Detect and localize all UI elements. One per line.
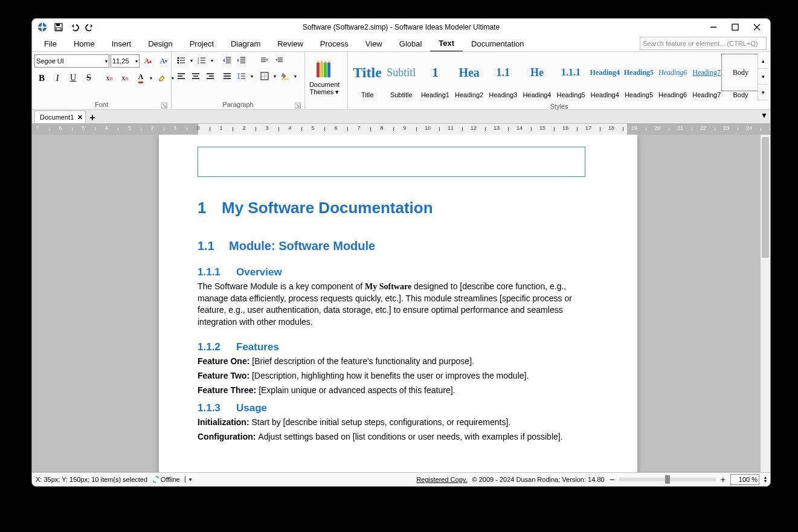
strikethrough-button[interactable]: S (82, 71, 96, 85)
numbering-dropdown[interactable]: ▾ (209, 54, 215, 67)
line-spacing-dropdown[interactable]: ▾ (249, 69, 255, 83)
align-center-button[interactable] (188, 69, 203, 83)
document-themes-button[interactable]: Document Themes ▾ (307, 53, 341, 101)
menu-documentation[interactable]: Documentation (463, 36, 532, 51)
horizontal-ruler[interactable]: 7654321012345678910111213141516171819202… (32, 124, 770, 135)
minimize-button[interactable] (703, 19, 724, 36)
close-tab-icon[interactable]: ✕ (77, 114, 83, 121)
gallery-scroll-up[interactable]: ▴ (758, 53, 768, 69)
style-item-heading5[interactable]: 1.1.1Heading5 (554, 53, 588, 101)
document-tab[interactable]: Document1 ✕ (34, 111, 86, 123)
style-item-heading3[interactable]: 1.1Heading3 (486, 53, 520, 101)
borders-dropdown[interactable]: ▾ (272, 69, 278, 83)
menu-text[interactable]: Text (430, 35, 463, 52)
align-left-button[interactable] (174, 69, 188, 83)
paragraph-group-label: Paragraph (222, 101, 253, 108)
maximize-button[interactable] (724, 19, 746, 36)
tabstrip-menu-icon[interactable]: ▼ (761, 111, 768, 120)
menu-view[interactable]: View (357, 36, 391, 51)
shrink-font-button[interactable]: A▾ (156, 54, 171, 68)
bullets-button[interactable] (174, 53, 188, 68)
highlight-button[interactable] (155, 71, 170, 85)
style-item-heading2[interactable]: HeaHeading2 (452, 53, 486, 101)
subscript-button[interactable]: xn (102, 71, 117, 85)
borders-button[interactable] (257, 69, 272, 83)
search-input[interactable]: Search feature or element... (CTRL+Q) (640, 37, 767, 50)
style-item-heading6[interactable]: Heading6Heading6 (656, 53, 690, 101)
underline-button[interactable]: U (66, 71, 80, 85)
status-offline[interactable]: Offline (152, 476, 180, 483)
menu-review[interactable]: Review (269, 36, 312, 51)
zoom-out-button[interactable]: − (610, 475, 614, 484)
increase-indent-button[interactable] (234, 53, 249, 68)
close-button[interactable] (746, 19, 768, 36)
font-family-combo[interactable]: Segoe UI▾ (34, 54, 109, 68)
numbering-button[interactable]: 123 (195, 53, 209, 68)
style-item-heading4[interactable]: Heading4Heading4 (588, 53, 622, 101)
shading-button[interactable] (278, 69, 292, 83)
zoom-slider[interactable] (619, 478, 716, 481)
italic-button[interactable]: I (50, 71, 65, 85)
style-item-heading4[interactable]: HeHeading4 (520, 53, 554, 101)
scrollbar-thumb[interactable] (762, 137, 769, 258)
menu-home[interactable]: Home (65, 36, 103, 51)
menu-process[interactable]: Process (312, 36, 357, 51)
svg-rect-60 (327, 63, 330, 77)
add-tab-button[interactable]: + (89, 112, 95, 123)
titlebar: Software (Software2.simp) - Software Ide… (32, 19, 770, 36)
rtl-button[interactable] (272, 53, 286, 68)
status-copyright: © 2009 - 2024 Dusan Rodina; Version: 14.… (472, 476, 605, 483)
svg-point-10 (178, 57, 179, 59)
redo-button[interactable] (84, 21, 96, 33)
undo-button[interactable] (68, 21, 80, 33)
menu-design[interactable]: Design (140, 36, 181, 51)
style-item-heading7[interactable]: Heading7Heading7 (690, 53, 724, 101)
svg-rect-4 (56, 28, 61, 30)
zoom-in-button[interactable]: + (721, 475, 726, 484)
bold-button[interactable]: B (34, 71, 49, 85)
ribbon-group-paragraph: ▾ 123▾ ▾ (172, 52, 305, 109)
styles-group-label: Styles (550, 103, 568, 110)
bullets-dropdown[interactable]: ▾ (188, 54, 195, 67)
style-item-body[interactable]: BodyBody (724, 53, 758, 101)
statusbar: X: 35px; Y: 150px; 10 item(s) selected O… (32, 472, 770, 486)
line-spacing-button[interactable] (234, 69, 249, 83)
style-item-heading5[interactable]: Heading5Heading5 (622, 53, 655, 101)
doc-feature-1: Feature One: [Brief description of the f… (198, 356, 584, 368)
vertical-scrollbar[interactable] (761, 135, 770, 472)
style-item-heading1[interactable]: 1Heading1 (418, 53, 452, 101)
save-button[interactable] (53, 21, 65, 33)
svg-rect-6 (732, 24, 738, 30)
menu-project[interactable]: Project (181, 36, 222, 51)
grow-font-button[interactable]: A▴ (141, 54, 155, 68)
status-registered[interactable]: Registered Copy. (416, 476, 467, 483)
menu-file[interactable]: File (36, 36, 65, 51)
menu-diagram[interactable]: Diagram (222, 36, 269, 51)
font-color-dropdown[interactable]: ▾ (148, 71, 154, 85)
align-right-button[interactable] (203, 69, 217, 83)
doc-h3-overview: 1.1.1Overview (198, 266, 599, 278)
shading-dropdown[interactable]: ▾ (292, 69, 298, 83)
gallery-expand[interactable]: ▾ (758, 85, 768, 100)
paragraph-dialog-launcher[interactable] (295, 103, 301, 109)
style-item-subtitle[interactable]: SubtitlSubtitle (384, 53, 418, 101)
status-dropdown-icon[interactable]: ▏▾ (185, 476, 192, 482)
superscript-button[interactable]: xn (118, 71, 132, 85)
ltr-button[interactable] (257, 53, 272, 68)
doc-usage-2: Configuration: Adjust settings based on … (198, 431, 584, 443)
document-page[interactable]: 1My Software Documentation 1.1Module: So… (159, 135, 637, 472)
doc-h1: 1My Software Documentation (198, 199, 599, 217)
zoom-spinner[interactable]: ▴▾ (764, 476, 767, 484)
style-item-title[interactable]: TitleTitle (350, 53, 384, 101)
font-size-combo[interactable]: 11,25▾ (111, 54, 140, 68)
zoom-input[interactable] (730, 474, 759, 485)
svg-point-11 (178, 60, 179, 62)
decrease-indent-button[interactable] (220, 53, 234, 68)
selection-box[interactable] (198, 147, 585, 177)
font-dialog-launcher[interactable] (161, 103, 167, 109)
menu-insert[interactable]: Insert (103, 36, 140, 51)
menu-global[interactable]: Global (391, 36, 431, 51)
font-color-button[interactable]: A (134, 71, 148, 85)
gallery-scroll-down[interactable]: ▾ (758, 69, 768, 85)
align-justify-button[interactable] (220, 69, 234, 83)
